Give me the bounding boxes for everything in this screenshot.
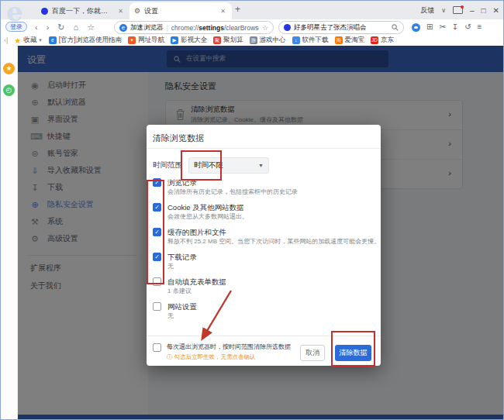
checklist-sublabel: 无 [167,262,197,271]
checklist-label: Cookie 及其他网站数据 [167,202,248,212]
user-icon[interactable] [412,23,420,32]
tab-close-icon[interactable]: ✕ [219,8,227,15]
checklist-row: 缓存的图片和文件 释放不到 25.2 MB 空间。当您下次访问时，某些网站的加载… [153,227,381,246]
feedback-dropdown-icon[interactable]: ∨ [441,7,446,14]
browser-name: 加速浏览器 [130,23,164,33]
download-icon[interactable]: ↧ [452,19,458,35]
dialog-checklist: 浏览记录 会清除所有历史记录，包括搜索框中的历史记录 Cookie 及其他网站数… [153,177,381,326]
bookmark-icon: ✦ [128,36,136,44]
apps-grid-icon[interactable]: ⊞ [426,19,433,35]
url-text[interactable]: chrome://settings/clearBrowser... [171,24,259,32]
checklist-sublabel: 无 [167,312,197,321]
bookmark-icon: JD [371,36,378,44]
home-icon[interactable]: ⌂ [74,19,79,35]
checklist-sublabel: 会清除所有历史记录，包括搜索框中的历史记录 [167,188,298,197]
checkbox[interactable] [153,203,161,212]
search-box[interactable]: 好多明星去了张杰演唱会 [278,21,404,34]
baidu-favicon-icon [41,8,48,15]
bookmarks-bar: ‹| ★ 收藏 ▾ e [官方]浏览器使用指南 ✦ 网址导航 ▶ 影视大全 聚 … [1,35,503,46]
feedback-button[interactable]: 反馈 [420,5,434,15]
bookmark-star-icon[interactable]: ☆ [262,24,268,32]
checklist-row: 自动填充表单数据 1 条建议 [153,277,381,296]
checklist-label: 下载记录 [167,252,197,262]
mini-window-icon[interactable] [453,6,463,14]
new-tab-button[interactable]: + [235,4,240,15]
close-button[interactable]: ✕ [493,6,499,15]
clear-data-button[interactable]: 清除数据 [335,345,371,361]
star-icon: ★ [14,36,21,45]
bookmark-icon: 淘 [335,36,343,44]
checklist-sublabel: 释放不到 25.2 MB 空间。当您下次访问时，某些网站的加载速度可能会更慢。 [167,237,380,246]
checklist-label: 自动填充表单数据 [167,277,226,287]
magnifier-icon[interactable] [392,24,399,31]
browser-logo: e [6,0,23,27]
collapse-bookmarks-icon[interactable]: ‹| [4,36,8,44]
maximize-button[interactable]: □ [482,6,486,15]
favorites-menu[interactable]: ★ 收藏 ▾ [14,36,41,45]
bookmark-label: 软件下载 [302,36,329,45]
bookmark-label: 爱淘宝 [345,36,365,45]
bookmark-label: 影视大全 [181,36,207,45]
checklist-row: 网站设置 无 [153,301,381,321]
checklist-row: 浏览记录 会清除所有历史记录，包括搜索框中的历史记录 [153,177,381,197]
bookmark-icon: e [49,36,57,44]
favorites-label: 收藏 [23,36,36,45]
tab-close-icon[interactable]: ✕ [116,8,125,15]
favorites-panel-icon[interactable]: ☆ [87,19,95,35]
clear-on-exit-hint: ⓘ 勾选后立即生效，无需点击确认 [167,353,291,361]
checkbox[interactable] [153,228,161,236]
bookmark-item[interactable]: ▶ 影视大全 [171,36,207,45]
tab-title: 设置 [144,6,215,16]
bookmark-label: 网址导航 [138,36,164,45]
time-range-value: 时间不限 [194,160,258,170]
bookmark-item[interactable]: 游 游戏中心 [250,36,286,45]
checkbox[interactable] [153,343,161,352]
bookmark-item[interactable]: ✦ 网址导航 [128,36,164,45]
bookmark-label: [官方]浏览器使用指南 [59,36,122,45]
restore-icon[interactable]: ↺ [464,19,471,35]
checklist-row: Cookie 及其他网站数据 会致使您从大多数网站退出。 [153,202,381,222]
checklist-label: 浏览记录 [167,177,298,188]
bookmark-item[interactable]: e [官方]浏览器使用指南 [49,36,122,45]
bookmark-item[interactable]: 聚 聚划算 [213,36,243,45]
browser-mini-logo-icon: e [119,24,127,32]
bookmark-label: 京东 [381,36,394,45]
caret-down-icon: ▼ [258,163,264,168]
dialog-title: 清除浏览数据 [153,133,204,144]
settings-page: 设置 在设置中搜索 ◉ 启动时打开 ⊕ 默认浏览器 ▣ 界面设置 [18,46,504,420]
gear-favicon-icon: ⚙ [134,8,140,15]
checkbox[interactable] [153,178,161,187]
time-range-select[interactable]: 时间不限 ▼ [188,157,269,174]
window-controls: 反馈 ∨ – □ ✕ [420,1,499,19]
forward-icon[interactable]: › [47,19,50,35]
back-icon[interactable]: ‹ [35,19,38,35]
bookmark-item[interactable]: 淘 爱淘宝 [335,36,365,45]
time-range-label: 时间范围 [153,160,182,170]
tab-settings[interactable]: ⚙ 设置 ✕ [129,2,232,19]
checkbox[interactable] [153,302,161,311]
refresh-icon[interactable]: ↻ [57,19,64,35]
clear-on-exit-row: 每次退出浏览器时，按时间范围清除所选数据 ⓘ 勾选后立即生效，无需点击确认 [153,343,291,361]
side-strip: ★ ◴ [1,46,18,420]
bookmark-icon: ↓ [292,36,300,44]
tab-title: 百度一下，你就知道 [52,6,112,16]
tab-baidu[interactable]: 百度一下，你就知道 ✕ [36,2,129,19]
checklist-row: 下载记录 无 [153,252,381,271]
bookmark-icon: 聚 [213,36,221,44]
favorites-star-icon[interactable]: ★ [3,63,15,74]
address-bar[interactable]: e 加速浏览器 | chrome://settings/clearBrowser… [114,21,274,34]
search-query[interactable]: 好多明星去了张杰演唱会 [294,23,388,33]
menu-icon[interactable]: ≡ [478,19,482,35]
bookmark-item[interactable]: JD 京东 [371,36,394,45]
history-clock-icon[interactable]: ◴ [3,84,15,96]
baidu-search-icon [284,24,291,31]
screenshot-scissors-icon[interactable]: ✂ [439,19,445,35]
toolbar-icons: ⊞ ✂ ↧ ↺ ≡ [412,19,482,35]
clear-on-exit-label: 每次退出浏览器时，按时间范围清除所选数据 [167,343,291,351]
bookmark-icon: ▶ [171,36,178,44]
cancel-button[interactable]: 取消 [300,345,325,361]
checkbox[interactable] [153,277,161,286]
minimize-button[interactable]: – [470,6,475,15]
checkbox[interactable] [153,253,161,261]
bookmark-item[interactable]: ↓ 软件下载 [292,36,329,45]
